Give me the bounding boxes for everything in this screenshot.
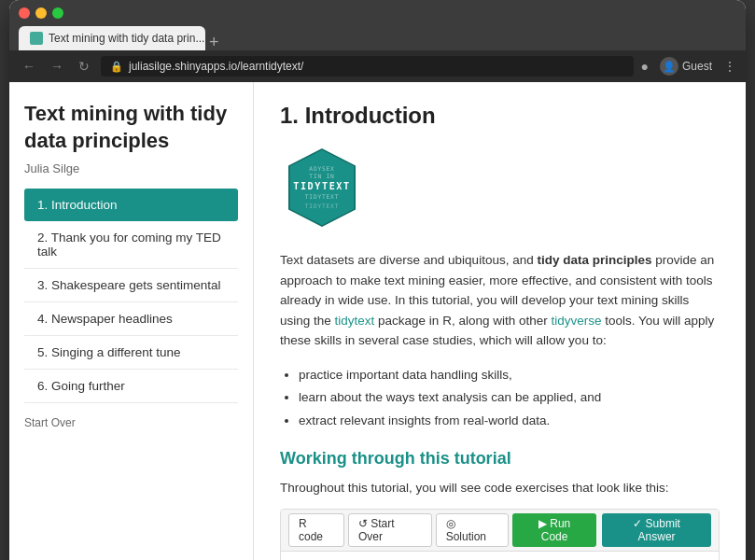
new-tab-button[interactable]: +	[209, 34, 219, 50]
code-tab-bar: R code ↺ Start Over ◎ Solution ▶ Run Cod…	[281, 510, 719, 552]
minimize-button[interactable]	[35, 7, 47, 19]
guest-label: Guest	[682, 60, 712, 73]
sidebar-item-shakespeare[interactable]: 3. Shakespeare gets sentimental	[24, 269, 238, 302]
submit-answer-button[interactable]: ✓ Submit Answer	[602, 513, 711, 547]
tidytext-hex-logo: ADYSEX TIN IN TIDYTEXT TIDYTEXT TIDYTEXT	[280, 146, 364, 230]
sidebar-item-singing[interactable]: 5. Singing a different tune	[24, 336, 238, 370]
intro-paragraph-1: Text datasets are diverse and ubiquitous…	[280, 250, 720, 351]
guest-button[interactable]: 👤 Guest	[660, 57, 712, 76]
bullet-item-3: extract relevant insights from real-worl…	[299, 410, 720, 432]
working-text: Throughout this tutorial, you will see c…	[280, 478, 720, 498]
browser-chrome: Text mining with tidy data prin... ✕ +	[9, 0, 746, 50]
lock-icon: 🔒	[110, 61, 123, 73]
code-editor[interactable]: 1 # load the tidytext package 2 3	[281, 552, 719, 560]
browser-window: Text mining with tidy data prin... ✕ + ←…	[9, 0, 746, 560]
active-tab[interactable]: Text mining with tidy data prin... ✕	[19, 26, 205, 50]
address-bar-row: ← → ↻ 🔒 juliasilge.shinyapps.io/learntid…	[9, 50, 746, 82]
menu-icon[interactable]: ⋮	[723, 59, 736, 74]
sidebar: Text mining with tidy data principles Ju…	[9, 82, 254, 560]
svg-text:ADYSEX: ADYSEX	[309, 165, 334, 172]
svg-text:TIDYTEXT: TIDYTEXT	[305, 193, 339, 200]
guest-avatar: 👤	[660, 57, 678, 76]
maximize-button[interactable]	[52, 7, 63, 19]
bullet-item-2: learn about the ways text analysis can b…	[299, 386, 720, 409]
section-title: 1. Introduction	[280, 103, 720, 129]
tidytext-link[interactable]: tidytext	[335, 314, 375, 328]
main-content: 1. Introduction ADYSEX TIN IN TIDYTEXT T…	[254, 82, 746, 560]
sidebar-author: Julia Silge	[24, 161, 238, 175]
address-bar[interactable]: 🔒 juliasilge.shinyapps.io/learntidytext/	[101, 56, 634, 77]
reload-button[interactable]: ↻	[75, 57, 93, 76]
bullet-item-1: practice important data handling skills,	[299, 364, 720, 386]
r-code-tab[interactable]: R code	[288, 513, 344, 547]
working-title: Working through this tutorial	[280, 449, 720, 469]
start-over-tab[interactable]: ↺ Start Over	[348, 513, 432, 547]
run-code-button[interactable]: ▶ Run Code	[512, 513, 596, 547]
svg-text:TIDYTEXT: TIDYTEXT	[293, 181, 350, 191]
tab-title: Text mining with tidy data prin...	[49, 32, 204, 45]
sidebar-item-ted-talk[interactable]: 2. Thank you for coming my TED talk	[24, 221, 238, 269]
back-button[interactable]: ←	[19, 57, 39, 76]
browser-tabs: Text mining with tidy data prin... ✕ +	[19, 26, 736, 50]
forward-button[interactable]: →	[47, 57, 67, 76]
tab-favicon-icon	[30, 32, 43, 45]
search-icon[interactable]: ●	[641, 59, 649, 74]
close-button[interactable]	[19, 7, 30, 19]
sidebar-item-going-further[interactable]: 6. Going further	[24, 370, 238, 403]
page-content: Text mining with tidy data principles Ju…	[9, 82, 746, 560]
code-panel: R code ↺ Start Over ◎ Solution ▶ Run Cod…	[280, 509, 720, 560]
tidyverse-link[interactable]: tidyverse	[551, 314, 601, 328]
svg-text:TIN IN: TIN IN	[309, 173, 334, 179]
svg-text:TIDYTEXT: TIDYTEXT	[305, 203, 339, 209]
bullet-list: practice important data handling skills,…	[299, 364, 720, 432]
traffic-lights	[19, 7, 736, 26]
sidebar-title: Text mining with tidy data principles	[24, 101, 238, 154]
sidebar-item-introduction[interactable]: 1. Introduction	[24, 189, 238, 221]
browser-menu-icons: ● 👤 Guest ⋮	[641, 57, 736, 76]
solution-tab[interactable]: ◎ Solution	[436, 513, 509, 547]
start-over-link[interactable]: Start Over	[24, 416, 238, 429]
code-run-area: ▶ Run Code ✓ Submit Answer	[512, 513, 711, 547]
address-text: juliasilge.shinyapps.io/learntidytext/	[129, 60, 303, 73]
sidebar-item-newspaper[interactable]: 4. Newspaper headlines	[24, 302, 238, 336]
